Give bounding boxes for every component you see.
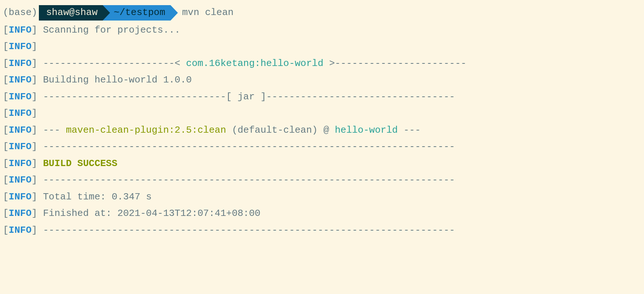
horizontal-rule: ----------------------------------------… <box>37 174 455 185</box>
output-line: [INFO] --------------------------------[… <box>3 89 641 106</box>
info-tag: INFO <box>9 25 32 36</box>
finished-at: Finished at: 2021-04-13T12:07:41+08:00 <box>37 208 261 219</box>
scan-text: Scanning for projects... <box>37 25 180 36</box>
total-time: Total time: 0.347 s <box>37 191 152 202</box>
building-text: Building hello-world 1.0.0 <box>37 74 192 85</box>
output-line: [INFO] ---------------------------------… <box>3 222 641 239</box>
prompt-user-segment: shaw@shaw <box>39 5 103 21</box>
output-line: [INFO] BUILD SUCCESS <box>3 155 641 172</box>
command-input: mvn clean <box>171 4 234 21</box>
output-line: [INFO] Scanning for projects... <box>3 22 641 39</box>
output-line: [INFO] Building hello-world 1.0.0 <box>3 72 641 89</box>
output-line: [INFO] ---------------------------------… <box>3 172 641 189</box>
output-line: [INFO] <box>3 38 641 55</box>
horizontal-rule: ----------------------------------------… <box>37 225 455 236</box>
output-line: [INFO] <box>3 105 641 122</box>
output-line: [INFO] --- maven-clean-plugin:2.5:clean … <box>3 122 641 139</box>
output-line: [INFO] -----------------------< com.16ke… <box>3 55 641 72</box>
shell-prompt[interactable]: (base) shaw@shaw ~/testpom mvn clean <box>3 4 641 21</box>
output-line: [INFO] ---------------------------------… <box>3 139 641 155</box>
output-line: [INFO] Finished at: 2021-04-13T12:07:41+… <box>3 205 641 222</box>
plugin-name: maven-clean-plugin:2.5:clean <box>66 125 226 136</box>
build-success: BUILD SUCCESS <box>37 158 117 169</box>
horizontal-rule: ----------------------------------------… <box>37 141 455 152</box>
output-line: [INFO] Total time: 0.347 s <box>3 189 641 206</box>
conda-env: (base) <box>3 4 39 21</box>
prompt-path-segment: ~/testpom <box>103 5 170 21</box>
bracket-close: ] <box>32 25 37 36</box>
plugin-target: hello-world <box>335 125 398 136</box>
bracket-open: [ <box>3 25 9 36</box>
jar-line: --------------------------------[ jar ]-… <box>37 91 455 102</box>
artifact-id: com.16ketang:hello-world <box>186 58 323 69</box>
